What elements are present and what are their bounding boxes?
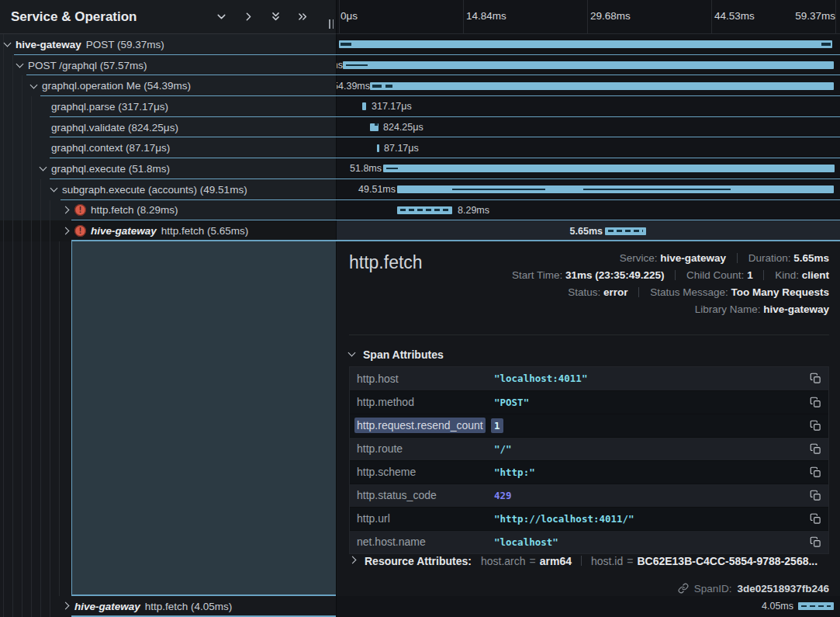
meta-value: error: [603, 286, 628, 298]
service-name: hive-gateway: [16, 39, 81, 50]
span-name: graphql.operation Me (54.39ms): [42, 80, 191, 92]
span-bar[interactable]: [370, 123, 379, 131]
attribute-row[interactable]: http.host "localhost:4011": [350, 367, 828, 390]
span-row-http-fetch-565-selected[interactable]: hive-gateway http.fetch (5.65ms) 5.65ms: [0, 220, 840, 241]
span-bar[interactable]: [397, 206, 452, 214]
resource-value: arm64: [540, 555, 572, 567]
attribute-value: "http://localhost:4011/": [494, 513, 634, 525]
span-name: http.fetch (5.65ms): [161, 225, 249, 237]
span-bar[interactable]: [362, 102, 366, 110]
span-row-subgraph-execute[interactable]: subgraph.execute (accounts) (49.51ms) 49…: [0, 179, 840, 200]
span-row-post-graphql[interactable]: POST /graphql (57.57ms) 57.57ms: [0, 55, 840, 76]
service-name: hive-gateway: [74, 601, 140, 612]
divider: [349, 334, 829, 335]
copy-icon[interactable]: [810, 513, 821, 525]
link-icon[interactable]: [678, 583, 689, 594]
attribute-key: http.status_code: [350, 489, 494, 501]
span-bar[interactable]: [370, 82, 834, 90]
copy-icon[interactable]: [810, 397, 821, 408]
span-name: http.fetch (8.29ms): [91, 204, 178, 216]
timeline-tick: 59.37ms: [795, 10, 835, 22]
span-row-http-fetch-829[interactable]: http.fetch (8.29ms) 8.29ms: [0, 200, 840, 221]
attribute-value[interactable]: 1: [491, 418, 503, 433]
copy-icon[interactable]: [810, 373, 821, 384]
attribute-row[interactable]: http.url "http://localhost:4011/": [350, 507, 828, 530]
attribute-key: http.url: [350, 512, 494, 525]
double-chevron-right-icon[interactable]: [296, 10, 309, 23]
span-row-graphql-parse[interactable]: graphql.parse (317.17μs) 317.17μs: [0, 96, 840, 117]
resource-attributes-row[interactable]: Resource Attributes: host.arch = arm64 h…: [349, 555, 829, 567]
resource-key: host.id: [591, 555, 623, 567]
span-name: subgraph.execute (accounts) (49.51ms): [62, 184, 247, 196]
attribute-row[interactable]: http.route "/": [350, 437, 828, 460]
span-bar[interactable]: [383, 165, 835, 172]
timeline-tick: 14.84ms: [466, 10, 506, 22]
meta-value: Too Many Requests: [731, 286, 829, 298]
copy-icon[interactable]: [810, 443, 821, 455]
chevron-down-icon[interactable]: [215, 10, 228, 23]
meta-value: hive-gateway: [660, 252, 726, 264]
span-name: graphql.parse (317.17μs): [51, 101, 168, 113]
tree-header-actions: [215, 10, 309, 23]
span-row-graphql-context[interactable]: graphql.context (87.17μs) 87.17μs: [0, 137, 840, 158]
tree-header: Service & Operation: [0, 0, 337, 34]
double-chevron-down-icon[interactable]: [269, 10, 282, 23]
meta-value: 1: [747, 269, 753, 281]
attribute-key: http.scheme: [350, 466, 494, 478]
resource-value: BC62E13B-C4CC-5854-9788-2568...: [637, 555, 818, 567]
span-row-http-fetch-405[interactable]: hive-gateway http.fetch (4.05ms) 4.05ms: [0, 596, 840, 617]
span-bar[interactable]: [339, 40, 832, 48]
attribute-value: 429: [494, 490, 512, 501]
span-row-graphql-operation[interactable]: graphql.operation Me (54.39ms) 54.39ms: [0, 75, 840, 96]
span-bar[interactable]: [798, 602, 834, 610]
meta-value: 5.65ms: [793, 252, 829, 264]
chevron-right-icon[interactable]: [242, 10, 255, 23]
span-name: POST /graphql (57.57ms): [28, 60, 147, 71]
copy-icon[interactable]: [810, 490, 821, 501]
meta-label: Child Count:: [686, 269, 744, 281]
attribute-value: "/": [494, 443, 512, 455]
span-row-hive-gateway-post[interactable]: hive-gateway POST (59.37ms): [0, 34, 840, 55]
attribute-row[interactable]: net.host.name "localhost": [350, 530, 828, 553]
timeline-tick: 0μs: [340, 10, 358, 22]
meta-label: Start Time:: [512, 269, 562, 281]
span-bar[interactable]: [377, 144, 379, 152]
equals-sign: =: [530, 555, 536, 567]
tree-header-title: Service & Operation: [11, 9, 215, 25]
meta-value: client: [802, 269, 829, 281]
span-row-graphql-validate[interactable]: graphql.validate (824.25μs) 824.25μs: [0, 117, 840, 138]
detail-span-title: http.fetch: [349, 252, 423, 273]
bar-duration-label: 824.25μs: [383, 122, 423, 133]
meta-label: Library Name:: [695, 303, 761, 315]
chevron-right-icon: [349, 557, 357, 565]
span-row-graphql-execute[interactable]: graphql.execute (51.8ms) 51.8ms: [0, 158, 840, 179]
span-name: POST (59.37ms): [86, 39, 164, 50]
attribute-value: "localhost:4011": [494, 373, 587, 384]
bar-duration-label: 4.05ms: [762, 601, 793, 612]
attribute-key[interactable]: http.request.resend_count: [354, 418, 486, 433]
meta-label: Kind:: [775, 269, 799, 281]
span-name: http.fetch (4.05ms): [145, 601, 233, 612]
attribute-row[interactable]: http.status_code 429: [350, 484, 828, 507]
copy-icon[interactable]: [810, 466, 821, 478]
copy-icon[interactable]: [810, 420, 821, 432]
span-attributes-table: http.host "localhost:4011" http.method "…: [349, 366, 829, 554]
attribute-key: http.route: [350, 442, 494, 455]
service-name: hive-gateway: [91, 225, 157, 237]
equals-sign: =: [627, 555, 633, 567]
panel-resize-handle[interactable]: [329, 19, 334, 29]
bar-duration-label: 57.57ms: [337, 60, 343, 71]
meta-label: Status:: [568, 286, 600, 298]
attribute-row[interactable]: http.scheme "http:": [350, 460, 828, 484]
attribute-value: "http:": [494, 466, 535, 478]
trace-viewer: Service & Operation 0μs 14.84ms 29.: [0, 0, 840, 617]
copy-icon[interactable]: [810, 536, 821, 548]
attribute-row[interactable]: http.method "POST": [350, 390, 828, 414]
span-attributes-header[interactable]: Span Attributes: [349, 348, 444, 361]
error-icon: [74, 225, 86, 237]
span-bar[interactable]: [343, 61, 834, 69]
timeline-tick: 29.68ms: [590, 10, 631, 22]
attribute-row-selected[interactable]: http.request.resend_count 1: [350, 414, 828, 437]
span-bar[interactable]: [605, 227, 646, 235]
span-bar[interactable]: [397, 185, 834, 193]
